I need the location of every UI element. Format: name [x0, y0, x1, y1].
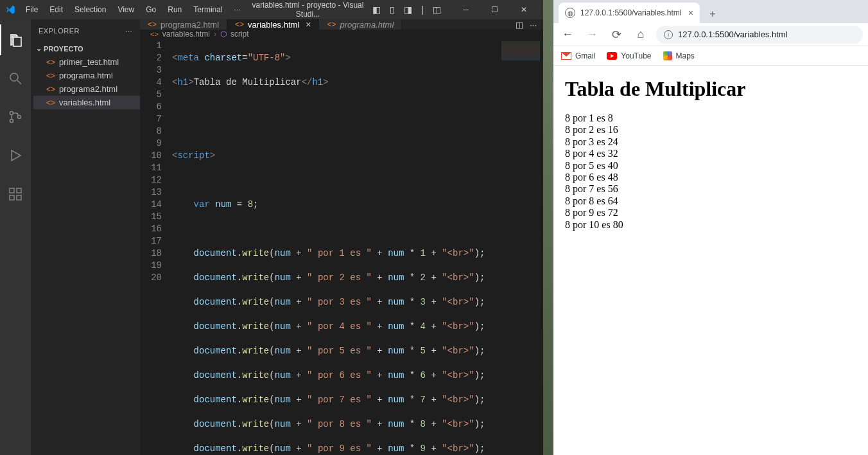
project-name: PROYECTO [44, 45, 83, 53]
svg-point-2 [10, 112, 13, 115]
output-line: 8 por 3 es 24 [565, 136, 856, 148]
editor-layout-icons: ◧ ▯ ◨ | ◫ [370, 3, 444, 16]
menu-selection[interactable]: Selection [69, 3, 111, 17]
file-item[interactable]: <>variables.html [33, 96, 140, 109]
menu-bar: File Edit Selection View Go Run Terminal… [21, 3, 246, 17]
maximize-button[interactable]: ☐ [480, 0, 509, 19]
menu-go[interactable]: Go [141, 3, 161, 17]
extensions-icon[interactable] [0, 179, 31, 210]
html-file-icon: <> [327, 20, 336, 29]
home-button[interactable]: ⌂ [632, 26, 650, 44]
layout-separator: | [419, 3, 426, 16]
minimap[interactable] [498, 39, 543, 455]
page-heading: Tabla de Multiplicar [565, 77, 856, 101]
chevron-right-icon: › [214, 30, 216, 39]
run-debug-icon[interactable] [0, 140, 31, 171]
tab-label: programa2.html [161, 20, 219, 30]
explorer-more-icon[interactable]: ··· [125, 27, 132, 35]
tab-close-icon[interactable]: × [306, 19, 311, 30]
editor-area: <>programa2.html <>variables.html× <>pro… [140, 19, 543, 455]
output-line: 8 por 2 es 16 [565, 124, 856, 136]
bookmark-maps[interactable]: Maps [663, 51, 695, 60]
line-numbers: 1234567891011121314151617181920 [140, 39, 172, 455]
sidebar: EXPLORER ··· ⌄ PROYECTO <>primer_test.ht… [31, 19, 140, 455]
site-info-icon[interactable]: i [664, 30, 673, 39]
url-text: 127.0.0.1:5500/variables.html [678, 30, 788, 39]
youtube-icon [607, 52, 617, 60]
tab-variables[interactable]: <>variables.html× [227, 19, 319, 30]
more-actions-icon[interactable]: ··· [530, 20, 537, 30]
html-file-icon: <> [46, 85, 55, 94]
window-title: variables.html - proyecto - Visual Studi… [246, 1, 370, 19]
symbol-icon: ⬡ [220, 30, 227, 39]
tab-label: variables.html [248, 20, 299, 30]
output-line: 8 por 1 es 8 [565, 112, 856, 124]
output-line: 8 por 9 es 72 [565, 207, 856, 219]
desktop-background [543, 0, 553, 455]
tab-programa2[interactable]: <>programa2.html [140, 19, 227, 30]
code-content[interactable]: <meta charset="UTF-8"> <h1>Tabla de Mult… [172, 39, 543, 455]
tab-title: 127.0.0.1:5500/variables.html [580, 8, 681, 17]
layout-panel-left-icon[interactable]: ◧ [370, 3, 383, 16]
bookmark-label: Gmail [575, 51, 595, 60]
menu-view[interactable]: View [112, 3, 139, 17]
browser-window: ◍ 127.0.0.1:5500/variables.html × + ← → … [553, 0, 868, 455]
window-controls: ─ ☐ ✕ [451, 0, 538, 19]
menu-more[interactable]: ··· [229, 3, 246, 17]
svg-point-3 [10, 120, 13, 123]
file-item[interactable]: <>programa.html [33, 69, 140, 82]
tab-programa[interactable]: <>programa.html [319, 19, 402, 30]
file-item[interactable]: <>programa2.html [33, 82, 140, 96]
activity-bar [0, 19, 31, 455]
menu-edit[interactable]: Edit [44, 3, 68, 17]
layout-customize-icon[interactable]: ◫ [430, 3, 444, 16]
file-name: variables.html [59, 98, 110, 107]
sidebar-header: EXPLORER ··· [31, 19, 140, 42]
bookmark-label: Maps [676, 51, 695, 60]
bookmark-gmail[interactable]: Gmail [561, 51, 595, 60]
menu-run[interactable]: Run [162, 3, 187, 17]
layout-panel-right-icon[interactable]: ◨ [401, 3, 415, 16]
svg-point-0 [10, 73, 18, 81]
page-content: Tabla de Multiplicar 8 por 1 es 8 8 por … [553, 66, 868, 455]
svg-rect-6 [10, 195, 14, 200]
forward-button[interactable]: → [583, 26, 601, 44]
close-button[interactable]: ✕ [509, 0, 538, 19]
explorer-icon[interactable] [0, 24, 31, 55]
search-icon[interactable] [0, 63, 31, 94]
breadcrumb-symbol: script [230, 30, 249, 39]
file-list: <>primer_test.html <>programa.html <>pro… [31, 55, 140, 109]
tabs-actions: ◫ ··· [509, 19, 543, 30]
output-line: 8 por 8 es 64 [565, 195, 856, 207]
code-editor[interactable]: 1234567891011121314151617181920 <meta ch… [140, 39, 543, 455]
layout-panel-bottom-icon[interactable]: ▯ [387, 3, 397, 16]
menu-file[interactable]: File [21, 3, 43, 17]
tab-close-icon[interactable]: × [688, 8, 693, 18]
new-tab-button[interactable]: + [704, 5, 722, 23]
reload-button[interactable]: ⟳ [607, 26, 625, 44]
vscode-window: File Edit Selection View Go Run Terminal… [0, 0, 543, 455]
titlebar: File Edit Selection View Go Run Terminal… [0, 0, 543, 19]
project-header[interactable]: ⌄ PROYECTO [31, 42, 140, 55]
editor-tabs: <>programa2.html <>variables.html× <>pro… [140, 19, 543, 30]
chevron-down-icon: ⌄ [36, 44, 41, 53]
source-control-icon[interactable] [0, 102, 31, 132]
bookmark-label: YouTube [621, 51, 651, 60]
menu-terminal[interactable]: Terminal [188, 3, 227, 17]
browser-tab[interactable]: ◍ 127.0.0.1:5500/variables.html × [559, 3, 700, 23]
bookmark-youtube[interactable]: YouTube [607, 51, 651, 60]
back-button[interactable]: ← [559, 26, 577, 44]
address-bar[interactable]: i 127.0.0.1:5500/variables.html [656, 26, 863, 44]
breadcrumb[interactable]: <> variables.html › ⬡ script [140, 30, 543, 39]
output-line: 8 por 6 es 48 [565, 172, 856, 183]
split-editor-icon[interactable]: ◫ [516, 20, 523, 30]
browser-tab-strip: ◍ 127.0.0.1:5500/variables.html × + [553, 0, 868, 23]
file-item[interactable]: <>primer_test.html [33, 55, 140, 69]
breadcrumb-file: variables.html [162, 30, 210, 39]
gmail-icon [561, 52, 571, 60]
minimize-button[interactable]: ─ [451, 0, 480, 19]
maps-icon [663, 51, 672, 60]
html-file-icon: <> [148, 20, 157, 29]
html-file-icon: <> [150, 30, 159, 38]
file-name: primer_test.html [59, 57, 119, 67]
